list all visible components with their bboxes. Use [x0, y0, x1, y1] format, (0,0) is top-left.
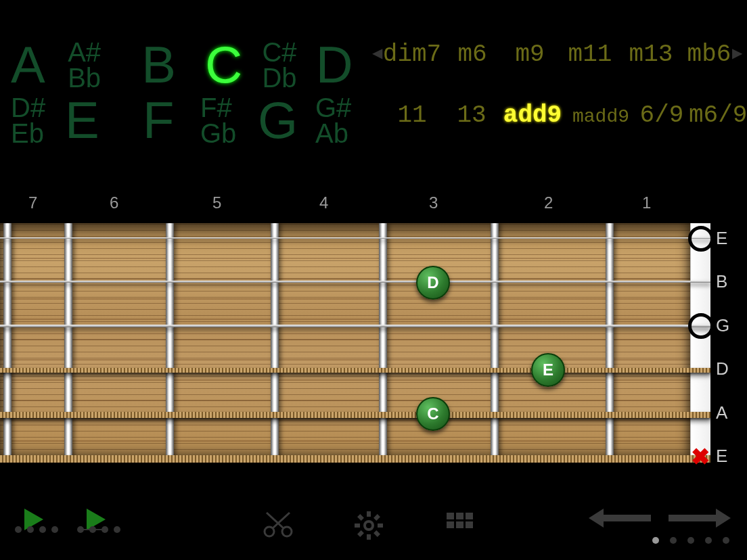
fret-wire [166, 223, 174, 462]
root-note-C[interactable]: C [205, 39, 262, 91]
grid-icon [447, 513, 474, 536]
root-note-A[interactable]: A [11, 39, 68, 91]
root-note-D#[interactable]: D#Eb [11, 95, 65, 146]
fret-number: 7 [28, 193, 37, 212]
root-note-C#[interactable]: C#Db [262, 39, 315, 91]
fret-wire [64, 223, 72, 462]
svg-rect-5 [355, 523, 360, 528]
chord-type-6-9[interactable]: 6/9 [635, 101, 689, 129]
chord-type-m13[interactable]: m13 [620, 41, 682, 68]
scissors-icon [263, 511, 294, 538]
svg-rect-9 [357, 514, 364, 521]
svg-rect-7 [374, 514, 380, 521]
chord-type-m9[interactable]: m9 [499, 41, 560, 68]
root-note-F[interactable]: F [143, 95, 200, 146]
svg-rect-15 [447, 521, 454, 528]
page-dot[interactable] [670, 537, 677, 544]
fret-wire [3, 223, 12, 462]
chord-type-11[interactable]: 11 [379, 101, 445, 129]
root-note-D[interactable]: D [316, 39, 363, 91]
string-label: D [716, 358, 729, 379]
next-voicing-button[interactable] [669, 506, 731, 530]
prev-voicing-button[interactable] [589, 506, 651, 530]
chord-type-13[interactable]: 13 [445, 101, 498, 129]
svg-rect-6 [378, 523, 383, 528]
string-label: A [716, 402, 727, 423]
fret-number: 5 [212, 193, 221, 212]
page-dot[interactable] [723, 537, 729, 544]
string-A[interactable] [0, 412, 710, 418]
svg-rect-3 [367, 511, 371, 517]
svg-rect-17 [466, 521, 473, 528]
string-label-area [710, 223, 747, 462]
mute-string-marker: ✖ [691, 443, 710, 470]
arrow-left-icon [589, 506, 651, 530]
string-label: E [716, 228, 727, 249]
root-note-E[interactable]: E [65, 95, 143, 146]
root-note-B[interactable]: B [141, 39, 205, 91]
finger-dot[interactable]: E [531, 353, 565, 387]
root-note-picker: AA#BbBCC#DbD D#EbEFF#GbGG#Ab [11, 39, 363, 146]
finger-dot[interactable]: C [416, 397, 450, 431]
string-label: G [716, 315, 729, 336]
string-E[interactable] [0, 237, 710, 239]
svg-point-1 [282, 527, 292, 536]
bottom-toolbar [0, 503, 747, 552]
finger-dot[interactable]: D [416, 266, 450, 300]
chord-type-mb6[interactable]: mb6 [682, 41, 736, 68]
fret-number: 2 [544, 193, 553, 212]
play-chord-button[interactable] [24, 509, 43, 530]
chord-type-m6[interactable]: m6 [445, 41, 499, 68]
cut-button[interactable] [263, 511, 294, 538]
chord-type-m11[interactable]: m11 [560, 41, 620, 68]
svg-rect-8 [357, 530, 364, 537]
gear-icon [355, 511, 383, 540]
page-dot[interactable] [652, 537, 659, 544]
svg-rect-4 [367, 534, 371, 540]
fret-wire [379, 223, 387, 462]
chord-type-dim7[interactable]: dim7 [379, 41, 445, 68]
grid-button[interactable] [447, 513, 474, 536]
fret-number: 6 [110, 193, 118, 212]
svg-rect-16 [456, 521, 463, 528]
string-D[interactable] [0, 368, 710, 373]
open-string-marker [688, 226, 714, 252]
svg-point-11 [366, 523, 371, 528]
arrow-right-icon [669, 506, 731, 530]
fret-number: 1 [642, 193, 651, 212]
string-G[interactable] [0, 325, 710, 327]
chord-type-m6-9[interactable]: m6/9 [689, 101, 743, 129]
settings-button[interactable] [355, 511, 383, 540]
chord-type-picker: dim7m6m9m11m13mb6 1113add9madd96/9m6/9 [379, 41, 743, 162]
fret-number: 4 [319, 193, 328, 212]
root-note-F#[interactable]: F#Gb [200, 95, 258, 146]
root-note-A#[interactable]: A#Bb [68, 39, 141, 91]
fret-wire [491, 223, 499, 462]
open-string-marker [688, 313, 714, 339]
page-dot[interactable] [687, 537, 694, 544]
svg-rect-13 [456, 513, 463, 519]
string-B[interactable] [0, 281, 710, 283]
svg-point-0 [265, 527, 274, 536]
root-note-G#[interactable]: G#Ab [315, 95, 363, 146]
page-dot[interactable] [705, 537, 712, 544]
nut [690, 223, 711, 462]
svg-rect-14 [466, 513, 473, 519]
chord-type-madd9[interactable]: madd9 [567, 106, 635, 127]
fretboard-wood [0, 223, 690, 462]
svg-rect-10 [374, 530, 380, 537]
string-E[interactable] [0, 455, 710, 463]
chord-type-add9[interactable]: add9 [498, 101, 567, 129]
root-note-G[interactable]: G [258, 95, 315, 146]
strum-chord-button[interactable] [87, 509, 106, 530]
fret-wire [271, 223, 279, 462]
fret-wire [606, 223, 614, 462]
fret-number: 3 [429, 193, 438, 212]
string-label: B [716, 271, 727, 292]
string-label: E [716, 446, 727, 467]
voicing-page-dots[interactable] [652, 537, 729, 544]
svg-rect-12 [447, 513, 454, 519]
